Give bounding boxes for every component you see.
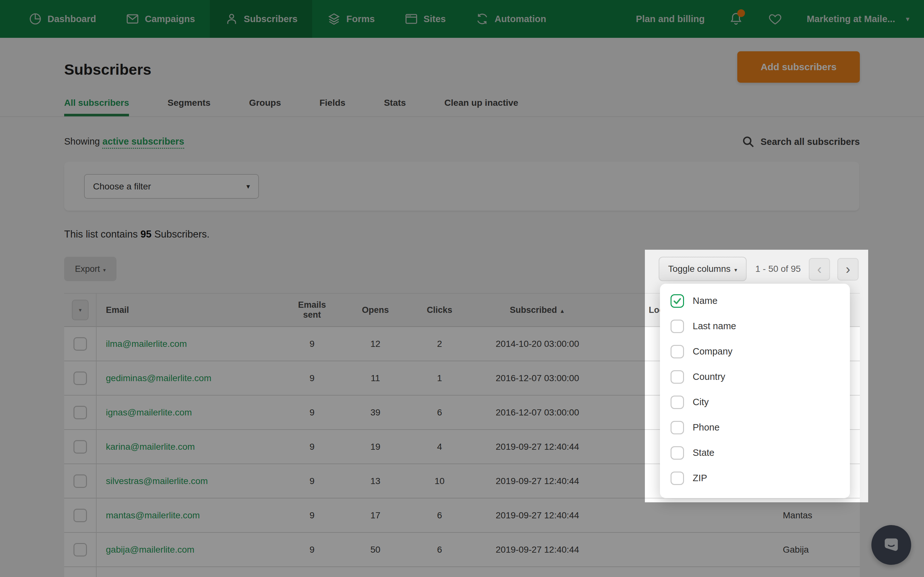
toggle-columns-menu: Name Last name Company Country [660,284,850,498]
layers-icon [327,12,341,26]
search-icon [741,135,755,148]
column-option-label: State [693,448,714,458]
row-checkbox[interactable] [73,474,87,488]
nav-item-campaigns[interactable]: Campaigns [111,0,210,38]
toggle-column-option[interactable]: City [660,390,850,415]
subscribed-cell: 2019-09-27 12:40:44 [464,442,611,452]
list-summary-suffix: Subscribers. [154,229,210,240]
chevron-down-icon: ▾ [734,267,737,273]
subscriber-email-link[interactable]: gabija@mailerlite.com [106,545,194,554]
emails-sent-cell: 9 [289,442,335,452]
row-checkbox[interactable] [73,337,87,351]
row-checkbox[interactable] [73,543,87,556]
subscriber-email-link[interactable]: ilma@mailerlite.com [106,339,187,349]
column-header-emails-sent[interactable]: Emails sent [289,300,335,320]
toggle-column-option[interactable]: Phone [660,415,850,440]
column-checkbox[interactable] [670,446,684,460]
column-header-email[interactable]: Email [96,305,289,315]
subscriber-email-link[interactable]: ignas@mailerlite.com [106,408,192,417]
subscribed-cell: 2019-09-27 12:40:44 [464,545,611,555]
add-subscribers-button[interactable]: Add subscribers [737,51,860,83]
chat-launcher-button[interactable] [871,525,911,565]
next-page-button[interactable]: › [837,258,859,280]
chevron-down-icon: ▾ [246,183,250,190]
subscribers-page: Dashboard Campaigns Subscribers Forms Si… [0,0,924,577]
export-button[interactable]: Export▾ [64,257,116,281]
emails-sent-cell: 9 [289,373,335,384]
subscriber-email-link[interactable]: gediminas@mailerlite.com [106,373,212,383]
nav-item-automation[interactable]: Automation [460,0,561,38]
browser-icon [404,12,418,26]
notifications-button[interactable] [728,11,744,27]
toggle-column-option[interactable]: ZIP [660,466,850,491]
subscribed-cell: 2014-10-20 03:00:00 [464,339,611,349]
tab-segments[interactable]: Segments [168,98,210,116]
tab-all-subscribers[interactable]: All subscribers [64,98,129,116]
column-checkbox[interactable] [670,396,684,409]
list-summary-prefix: This list contains [64,229,137,240]
column-checkbox[interactable] [670,370,684,384]
toggle-column-option[interactable]: Country [660,364,850,390]
toggle-columns-button[interactable]: Toggle columns▾ [659,257,746,281]
previous-page-button[interactable]: ‹ [809,258,830,280]
plan-and-billing-link[interactable]: Plan and billing [636,14,704,24]
row-select-cell [64,337,96,351]
column-header-clicks[interactable]: Clicks [415,305,464,315]
toggle-column-option[interactable]: State [660,440,850,466]
emails-sent-cell: 9 [289,545,335,555]
row-checkbox[interactable] [73,440,87,454]
column-checkbox[interactable] [670,345,684,358]
nav-item-label: Campaigns [145,14,195,24]
list-summary: This list contains 95 Subscribers. [64,229,210,240]
clicks-cell: 6 [415,408,464,418]
row-checkbox[interactable] [73,406,87,419]
nav-item-subscribers[interactable]: Subscribers [210,0,312,38]
column-checkbox[interactable] [670,319,684,333]
opens-cell: 39 [335,408,415,418]
nav-item-sites[interactable]: Sites [389,0,460,38]
row-select-cell [64,509,96,522]
account-menu[interactable]: Marketing at Maile... ▾ [806,14,909,24]
toggle-column-option[interactable]: Last name [660,314,850,339]
toggle-column-option[interactable]: Company [660,339,850,364]
search-label: Search all subscribers [761,137,860,147]
column-option-label: Name [693,295,717,306]
email-cell: silvestras@mailerlite.com [96,476,289,486]
search-all-subscribers[interactable]: Search all subscribers [741,135,860,148]
row-checkbox[interactable] [73,372,87,385]
table-toolbar: Export▾ Toggle columns▾ 1 - 50 of 95 ‹ › [64,257,860,282]
chevron-down-icon: ▾ [906,16,909,22]
active-subscribers-link[interactable]: active subscribers [102,136,184,149]
column-checkbox[interactable] [670,472,684,485]
tab-fields[interactable]: Fields [320,98,346,116]
opens-cell: 11 [335,373,415,384]
emails-sent-cell: 9 [289,408,335,418]
subscriber-email-link[interactable]: silvestras@mailerlite.com [106,476,208,486]
opens-cell: 17 [335,510,415,521]
clicks-cell: 6 [415,510,464,521]
column-checkbox[interactable] [670,421,684,434]
column-divider [96,293,97,577]
column-option-label: Last name [693,321,736,332]
subscriber-email-link[interactable]: mantas@mailerlite.com [106,510,200,520]
favorites-button[interactable] [767,11,783,27]
subscribed-cell: 2016-12-07 03:00:00 [464,408,611,418]
subscriber-email-link[interactable]: karina@mailerlite.com [106,442,195,452]
column-option-label: Company [693,346,732,357]
nav-item-dashboard[interactable]: Dashboard [13,0,111,38]
tab-clean-up-inactive[interactable]: Clean up inactive [444,98,518,116]
showing-status: Showing active subscribers [64,136,184,147]
column-header-subscribed[interactable]: Subscribed▲ [464,305,611,315]
filter-select[interactable]: Choose a filter ▾ [84,174,259,199]
select-all-dropdown-button[interactable]: ▾ [72,300,89,320]
nav-item-forms[interactable]: Forms [312,0,389,38]
chat-bubble-icon [881,535,901,555]
column-checkbox[interactable] [670,294,684,308]
subscribed-cell: 2019-09-27 12:40:44 [464,476,611,486]
tab-stats[interactable]: Stats [384,98,406,116]
subscribed-cell: 2019-09-27 12:40:44 [464,510,611,521]
toggle-column-option[interactable]: Name [660,288,850,314]
row-checkbox[interactable] [73,509,87,522]
column-header-opens[interactable]: Opens [335,305,415,315]
tab-groups[interactable]: Groups [249,98,281,116]
